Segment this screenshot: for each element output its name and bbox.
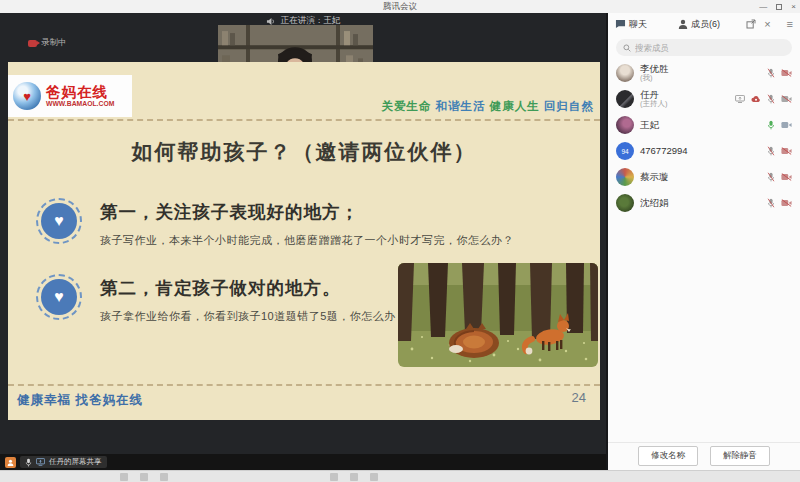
- camera-muted-icon[interactable]: [781, 95, 792, 103]
- recording-label: 录制中: [41, 37, 67, 49]
- mic-active-icon[interactable]: [767, 120, 775, 130]
- app-window: 腾讯会议 — × 录制中 正在讲演：王妃: [0, 0, 800, 482]
- meeting-stage: 录制中 正在讲演：王妃: [0, 13, 606, 470]
- member-row[interactable]: 沈绍娟: [608, 190, 800, 216]
- member-name: 沈绍娟: [640, 198, 669, 208]
- mic-icon: [25, 458, 32, 467]
- camera-on-icon[interactable]: [781, 121, 792, 129]
- share-status-chip[interactable]: 任丹的屏幕共享: [20, 456, 107, 468]
- member-search[interactable]: [616, 39, 792, 56]
- member-name: 476772994: [640, 146, 688, 156]
- mic-muted-icon[interactable]: [767, 172, 775, 182]
- taskbar-icon[interactable]: [140, 473, 148, 481]
- members-icon: [678, 19, 688, 29]
- search-icon: [623, 44, 631, 52]
- member-row[interactable]: 王妃: [608, 112, 800, 138]
- panel-header: 聊天 成员(6) × ≡: [608, 13, 800, 35]
- tab-chat[interactable]: 聊天: [615, 18, 647, 31]
- slide-point-1: ♥ 第一，关注孩子表现好的地方； 孩子写作业，本来半个小时能完成，他磨磨蹭蹭花了…: [36, 198, 570, 248]
- fox-illustration: [398, 263, 598, 367]
- close-button[interactable]: ×: [791, 2, 796, 11]
- chat-icon: [615, 19, 626, 29]
- avatar: [616, 116, 634, 134]
- member-role: (主持人): [640, 100, 668, 108]
- unmute-button[interactable]: 解除静音: [710, 446, 770, 466]
- slide-footer-text: 健康幸福 找爸妈在线: [17, 392, 143, 409]
- popout-icon[interactable]: [746, 19, 756, 29]
- share-bar-label: 任丹的屏幕共享: [49, 457, 102, 467]
- panel-close-icon[interactable]: ×: [764, 19, 770, 30]
- member-row[interactable]: 李优胜 (我): [608, 60, 800, 86]
- point-1-heading: 第一，关注孩子表现好的地方；: [100, 200, 570, 224]
- sharing-icon: [735, 95, 745, 103]
- mic-muted-icon[interactable]: [767, 94, 775, 104]
- members-panel: 聊天 成员(6) × ≡: [606, 13, 800, 470]
- tab-members[interactable]: 成员(6): [678, 18, 720, 31]
- camera-off-icon[interactable]: [781, 199, 792, 207]
- taskbar-icon[interactable]: [330, 473, 338, 481]
- point-2-heading: 第二，肯定孩子做对的地方。: [100, 276, 430, 300]
- heart-bullet-icon: ♥: [36, 198, 82, 244]
- taskbar-icon[interactable]: [370, 473, 378, 481]
- logo-heart-icon: ♥: [13, 82, 41, 110]
- point-2-detail: 孩子拿作业给你看，你看到孩子10道题错了5题，你怎么办？: [100, 309, 430, 324]
- window-title: 腾讯会议: [383, 1, 417, 13]
- member-row[interactable]: 94 476772994: [608, 138, 800, 164]
- bamaol-logo: ♥ 爸妈在线 WWW.BAMAOL.COM: [8, 75, 132, 117]
- taskbar-icon[interactable]: [160, 473, 168, 481]
- avatar: [616, 168, 634, 186]
- panel-menu-icon[interactable]: ≡: [787, 18, 793, 30]
- mic-muted-icon[interactable]: [767, 198, 775, 208]
- taskbar[interactable]: [0, 470, 800, 482]
- slide-divider-bottom: [8, 384, 600, 386]
- member-row[interactable]: 蔡示璇: [608, 164, 800, 190]
- slide-page-number: 24: [572, 390, 586, 405]
- minimize-button[interactable]: —: [759, 2, 767, 11]
- maximize-button[interactable]: [776, 4, 782, 10]
- cloud-recording-icon: [751, 95, 761, 103]
- slide-point-2: ♥ 第二，肯定孩子做对的地方。 孩子拿作业给你看，你看到孩子10道题错了5题，你…: [36, 274, 430, 324]
- slide-divider-top: [8, 119, 600, 121]
- slide-motto: 关爱生命 和谐生活 健康人生 回归自然: [381, 99, 594, 114]
- avatar: [616, 194, 634, 212]
- slide-title: 如何帮助孩子？（邀请两位伙伴）: [8, 138, 600, 166]
- logo-url: WWW.BAMAOL.COM: [46, 100, 114, 107]
- avatar: 94: [616, 142, 634, 160]
- point-1-detail: 孩子写作业，本来半个小时能完成，他磨磨蹭蹭花了一个小时才写完，你怎么办？: [100, 233, 570, 248]
- screen-share-icon: [36, 458, 45, 466]
- mic-muted-icon[interactable]: [767, 68, 775, 78]
- recording-icon: [28, 40, 37, 47]
- taskbar-icon[interactable]: [120, 473, 128, 481]
- screen-share-bar: 任丹的屏幕共享: [0, 454, 606, 470]
- recording-indicator: 录制中: [28, 37, 67, 49]
- logo-title: 爸妈在线: [46, 85, 114, 100]
- heart-bullet-icon: ♥: [36, 274, 82, 320]
- search-input[interactable]: [635, 43, 765, 53]
- member-name: 王妃: [640, 120, 659, 130]
- member-role: (我): [640, 74, 669, 82]
- rename-button[interactable]: 修改名称: [638, 446, 698, 466]
- mic-muted-icon[interactable]: [767, 146, 775, 156]
- camera-off-icon[interactable]: [781, 147, 792, 155]
- camera-off-icon[interactable]: [781, 69, 792, 77]
- member-name: 蔡示璇: [640, 172, 669, 182]
- shared-slide: ♥ 爸妈在线 WWW.BAMAOL.COM 关爱生命 和谐生活 健康人生 回归自…: [8, 62, 600, 420]
- member-row[interactable]: 任丹 (主持人): [608, 86, 800, 112]
- taskbar-icon[interactable]: [350, 473, 358, 481]
- camera-off-icon[interactable]: [781, 173, 792, 181]
- panel-footer: 修改名称 解除静音: [608, 442, 800, 468]
- window-titlebar: 腾讯会议 — ×: [0, 0, 800, 13]
- presenter-badge-icon: [5, 457, 16, 468]
- avatar: [616, 64, 634, 82]
- avatar: [616, 90, 634, 108]
